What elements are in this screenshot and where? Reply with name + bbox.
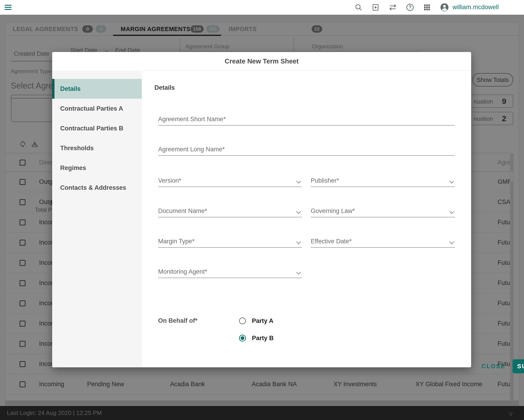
app-grid-icon[interactable]: [423, 3, 431, 12]
section-title: Details: [154, 84, 175, 91]
effective-date-select[interactable]: Effective Date*: [311, 237, 455, 248]
margin-type-select[interactable]: Margin Type*: [158, 237, 302, 248]
radio-option-party-b[interactable]: Party B: [239, 333, 274, 343]
menu-icon[interactable]: [5, 4, 11, 11]
agreement-long-name-placeholder: Agreement Long Name*: [158, 146, 225, 153]
modal-nav-label: Details: [60, 85, 81, 92]
chevron-down-icon[interactable]: [449, 240, 454, 244]
version-placeholder: Version*: [158, 177, 181, 184]
modal-nav-details[interactable]: Details: [52, 79, 142, 99]
agreement-short-name-input[interactable]: Agreement Short Name*: [158, 115, 455, 125]
modal-nav-label: Contractual Parties B: [60, 125, 123, 132]
radio-selected-icon[interactable]: [239, 335, 246, 341]
modal-nav-label: Contacts & Addresses: [60, 184, 126, 191]
modal-nav-label: Regimes: [60, 164, 86, 172]
radio-unselected-icon[interactable]: [239, 317, 246, 324]
agreement-long-name-input[interactable]: Agreement Long Name*: [158, 145, 455, 156]
screen: LEGAL AGREEMENTS00MARGIN AGREEMENTS15826…: [0, 0, 524, 420]
close-button[interactable]: CLOSE: [477, 361, 509, 371]
modal-nav-label: Contractual Parties A: [60, 105, 123, 112]
modal-header: Create New Term Sheet: [52, 52, 471, 71]
agreement-short-name-placeholder: Agreement Short Name*: [158, 116, 226, 123]
radio-option-label: Party B: [252, 335, 274, 342]
chevron-down-icon[interactable]: [296, 209, 301, 214]
modal-nav-contacts-addresses[interactable]: Contacts & Addresses: [52, 178, 142, 197]
on-behalf-of-label: On Behalf of*: [158, 317, 197, 324]
chevron-down-icon[interactable]: [296, 240, 301, 244]
modal-nav-regimes[interactable]: Regimes: [52, 158, 142, 178]
modal-nav-contractual-parties-b[interactable]: Contractual Parties B: [52, 118, 142, 138]
margin-type-placeholder: Margin Type*: [158, 238, 195, 245]
document-name-select[interactable]: Document Name*: [158, 206, 302, 217]
account-icon[interactable]: [440, 2, 449, 12]
modal-nav-contractual-parties-a[interactable]: Contractual Parties A: [52, 99, 142, 118]
swap-icon[interactable]: [388, 3, 397, 12]
username[interactable]: william.mcdowell: [453, 4, 499, 11]
effective-date-placeholder: Effective Date*: [311, 238, 352, 245]
modal-nav-thresholds[interactable]: Thresholds: [52, 138, 142, 158]
version-select[interactable]: Version*: [158, 176, 302, 187]
search-icon[interactable]: [354, 3, 363, 12]
radio-option-party-a[interactable]: Party A: [239, 316, 274, 325]
publisher-select[interactable]: Publisher*: [311, 176, 455, 187]
add-document-icon[interactable]: [371, 3, 380, 12]
top-app-bar: william.mcdowell: [0, 0, 524, 15]
help-icon[interactable]: [406, 3, 414, 12]
modal-nav: DetailsContractual Parties AContractual …: [52, 79, 142, 197]
monitoring-agent-placeholder: Monitoring Agent*: [158, 268, 207, 275]
radio-option-label: Party A: [252, 317, 273, 324]
submit-button[interactable]: SUBMIT: [513, 359, 524, 373]
chevron-down-icon[interactable]: [296, 270, 301, 275]
governing-law-select[interactable]: Governing Law*: [311, 206, 455, 217]
modal-sidebar: DetailsContractual Parties AContractual …: [52, 71, 142, 367]
chevron-down-icon[interactable]: [296, 179, 301, 184]
modal-title: Create New Term Sheet: [225, 57, 299, 65]
chevron-down-icon[interactable]: [449, 209, 454, 214]
monitoring-agent-select[interactable]: Monitoring Agent*: [158, 267, 302, 278]
publisher-placeholder: Publisher*: [311, 177, 339, 184]
on-behalf-of-radio-group: Party AParty B: [239, 316, 274, 351]
governing-law-placeholder: Governing Law*: [311, 207, 355, 214]
document-name-placeholder: Document Name*: [158, 207, 207, 214]
chevron-down-icon[interactable]: [449, 179, 454, 184]
top-icons: [354, 2, 449, 12]
modal-content: Details Agreement Short Name* Agreement …: [142, 71, 471, 367]
modal-nav-label: Thresholds: [60, 145, 94, 152]
create-term-sheet-modal: Create New Term Sheet DetailsContractual…: [52, 52, 471, 367]
